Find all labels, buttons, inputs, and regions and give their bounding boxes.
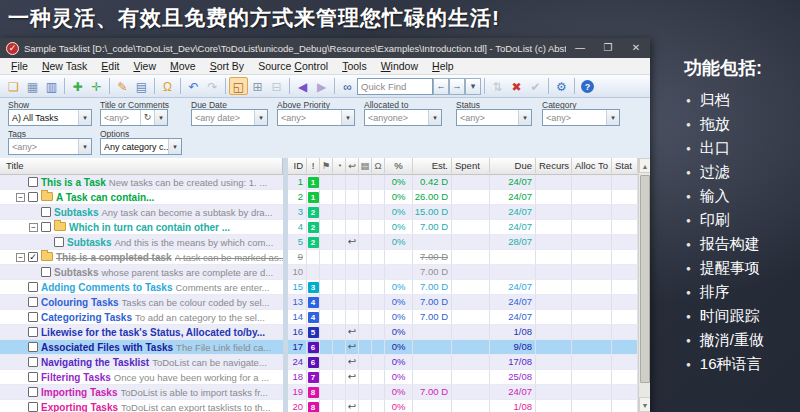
task-checkbox[interactable] xyxy=(28,177,38,187)
task-checkbox[interactable] xyxy=(28,312,38,322)
edit-task-icon[interactable]: ✎ xyxy=(113,77,132,95)
filter-show-dropdown[interactable]: A) All Tasks▾ xyxy=(8,109,92,126)
menu-edit[interactable]: Edit xyxy=(94,58,126,74)
column-header-due[interactable]: Due xyxy=(490,158,536,173)
task-checkbox[interactable] xyxy=(28,327,38,337)
column-header-clock-icon[interactable]: ◔ xyxy=(333,158,346,173)
task-row[interactable]: Importing TasksToDoList is able to impor… xyxy=(0,385,283,400)
find-next-icon[interactable]: → xyxy=(449,78,465,95)
reminder-bell-icon[interactable]: Ω xyxy=(158,77,177,95)
filter-options-dropdown[interactable]: Any category c...▾ xyxy=(100,138,182,155)
task-row[interactable]: This is a TaskNew tasks can be created u… xyxy=(0,175,283,190)
task-attributes-row[interactable]: 246↩0%17/08 xyxy=(288,355,638,370)
scroll-up-icon[interactable] xyxy=(639,158,650,173)
task-row[interactable]: SubtasksAnd this is the means by which c… xyxy=(0,235,283,250)
task-row[interactable]: Likewise for the task's Status, Allocate… xyxy=(0,325,283,340)
task-attributes-row[interactable]: 176↩0%9/08 xyxy=(288,340,638,355)
task-row[interactable]: Colouring TasksTasks can be colour coded… xyxy=(0,295,283,310)
new-task-icon[interactable]: ✚ xyxy=(68,77,87,95)
filter-due-date-dropdown[interactable]: <any date>▾ xyxy=(191,109,268,126)
filter-above-priority-dropdown[interactable]: <any>▾ xyxy=(277,109,355,126)
task-attributes-row[interactable]: 420%7.00 D24/07 xyxy=(288,220,638,235)
task-attributes-row[interactable]: 97.00 D xyxy=(288,250,638,265)
find-tasks-icon[interactable]: ∞ xyxy=(338,77,357,95)
task-row[interactable]: Navigating the TasklistToDoList can be n… xyxy=(0,355,283,370)
column-header-flag-icon[interactable]: ⚑ xyxy=(320,158,333,173)
task-attributes-row[interactable]: 1440%7.00 D24/07 xyxy=(288,310,638,325)
undo-icon[interactable]: ↶ xyxy=(184,77,203,95)
task-row[interactable]: Categorizing TasksTo add an category to … xyxy=(0,310,283,325)
menu-source-control[interactable]: Source Control xyxy=(251,58,335,74)
column-header-reminder-bell-icon[interactable]: Ω xyxy=(372,158,385,173)
filter-tags-dropdown[interactable]: <any>▾ xyxy=(8,138,92,155)
expand-collapse-icon[interactable] xyxy=(29,223,38,232)
new-subtask-icon[interactable]: ✛ xyxy=(87,77,106,95)
chevron-down-icon[interactable]: ▾ xyxy=(78,110,91,125)
column-header-percent[interactable]: % xyxy=(385,158,413,173)
menu-window[interactable]: Window xyxy=(374,58,425,74)
task-checkbox[interactable] xyxy=(28,387,38,397)
chevron-down-icon[interactable]: ▾ xyxy=(254,110,267,125)
save-all-icon[interactable]: ▥ xyxy=(42,77,61,95)
column-header-spent[interactable]: Spent xyxy=(452,158,490,173)
chevron-down-icon[interactable]: ▾ xyxy=(78,139,91,154)
task-checkbox[interactable] xyxy=(54,237,64,247)
quick-find-dropdown-icon[interactable]: ▾ xyxy=(465,78,481,95)
task-row[interactable]: SubtasksAny task can become a subtask by… xyxy=(0,205,283,220)
collapse-tasks-icon[interactable]: ⊟ xyxy=(267,77,286,95)
maximize-tasklist-icon[interactable]: ◱ xyxy=(229,77,248,95)
chevron-down-icon[interactable]: ▾ xyxy=(154,110,167,125)
task-attributes-row[interactable]: 1980%7.00 D24/07 xyxy=(288,385,638,400)
task-attributes-row[interactable]: 107.00 D xyxy=(288,265,638,280)
filter-category-dropdown[interactable]: <any>▾ xyxy=(542,109,620,126)
task-checkbox[interactable] xyxy=(28,297,38,307)
redo-icon[interactable]: ↷ xyxy=(203,77,222,95)
task-row[interactable]: A Task can contain... xyxy=(0,190,283,205)
chevron-down-icon[interactable]: ▾ xyxy=(428,110,441,125)
chevron-down-icon[interactable]: ▾ xyxy=(606,110,619,125)
task-row[interactable]: Which in turn can contain other ... xyxy=(0,220,283,235)
task-attributes-row[interactable]: 187↩0%25/08 xyxy=(288,370,638,385)
close-button[interactable]: ✕ xyxy=(622,38,650,58)
vertical-scrollbar[interactable] xyxy=(638,158,650,412)
task-row[interactable]: Associated Files with TasksThe File Link… xyxy=(0,340,283,355)
chevron-down-icon[interactable]: ▾ xyxy=(341,110,354,125)
task-checkbox[interactable] xyxy=(28,252,38,262)
column-header-file-link-icon[interactable]: ▤ xyxy=(359,158,372,173)
menu-new-task[interactable]: New Task xyxy=(35,58,94,74)
filter-allocated-to-dropdown[interactable]: <anyone>▾ xyxy=(364,109,442,126)
edit-comments-icon[interactable]: ▤ xyxy=(132,77,151,95)
filter-title-or-comments-options-icon[interactable]: ↻ xyxy=(140,110,154,125)
column-header-title[interactable]: Title xyxy=(0,158,283,175)
help-icon[interactable]: ? xyxy=(581,80,594,93)
task-checkbox[interactable] xyxy=(28,282,38,292)
column-header-recurs[interactable]: Recurs xyxy=(536,158,572,173)
expand-tasks-icon[interactable]: ⊞ xyxy=(248,77,267,95)
find-previous-icon[interactable]: ← xyxy=(433,78,449,95)
task-attributes-row[interactable]: 165↩0%1/08 xyxy=(288,325,638,340)
chevron-down-icon[interactable]: ▾ xyxy=(518,110,531,125)
column-header-priority[interactable]: ! xyxy=(307,158,320,173)
task-row[interactable]: Subtaskswhose parent tasks are complete … xyxy=(0,265,283,280)
task-attributes-row[interactable]: 1340%7.00 D24/07 xyxy=(288,295,638,310)
task-checkbox[interactable] xyxy=(28,372,38,382)
save-icon[interactable]: ▦ xyxy=(23,77,42,95)
expand-collapse-icon[interactable] xyxy=(16,253,25,262)
quick-find-input[interactable] xyxy=(357,78,433,95)
filter-status-dropdown[interactable]: <any>▾ xyxy=(456,109,532,126)
task-attributes-row[interactable]: 52↩0%28/07 xyxy=(288,235,638,250)
task-attributes-row[interactable]: 1530%7.00 D24/07 xyxy=(288,280,638,295)
scrollbar-thumb[interactable] xyxy=(640,175,650,383)
task-checkbox[interactable] xyxy=(41,267,51,277)
column-header-alloc-to[interactable]: Alloc To xyxy=(572,158,612,173)
task-checkbox[interactable] xyxy=(28,402,38,412)
task-row[interactable]: This is a completed taskA task can be ma… xyxy=(0,250,283,265)
preferences-icon[interactable]: ⚙ xyxy=(552,77,571,95)
menu-view[interactable]: View xyxy=(126,58,163,74)
menu-help[interactable]: Help xyxy=(425,58,461,74)
task-row[interactable]: Filtering TasksOnce you have been workin… xyxy=(0,370,283,385)
column-header-est[interactable]: Est. xyxy=(413,158,452,173)
chevron-down-icon[interactable]: ▾ xyxy=(168,139,181,154)
menu-file[interactable]: File xyxy=(4,58,35,74)
task-checkbox[interactable] xyxy=(28,192,38,202)
